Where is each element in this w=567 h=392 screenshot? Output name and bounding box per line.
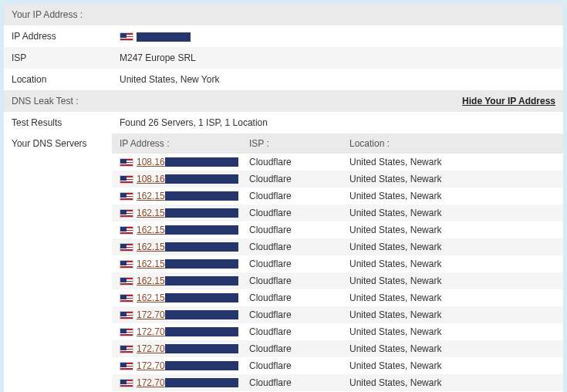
dns-loc-cell: United States, Newark (349, 191, 555, 201)
dns-servers-label: Your DNS Servers (4, 133, 112, 392)
dns-ip-link[interactable]: 162.15 (137, 225, 165, 235)
us-flag-icon (120, 32, 133, 41)
dns-isp-cell: Cloudflare (249, 309, 349, 320)
us-flag-icon (120, 175, 133, 184)
dns-loc-cell: United States, Newark (349, 208, 555, 218)
dns-isp-cell: Cloudflare (249, 242, 349, 252)
dns-loc-cell: United States, Newark (349, 377, 555, 388)
dns-ip-redacted (165, 225, 238, 235)
dns-server-row: 162.15CloudflareUnited States, Newark (112, 272, 563, 289)
dns-isp-cell: Cloudflare (249, 259, 349, 269)
dns-ip-cell: 162.15 (120, 208, 249, 218)
test-results-label: Test Results (12, 117, 120, 128)
dns-loc-cell: United States, Newark (349, 326, 555, 337)
ip-value (120, 31, 555, 42)
dns-ip-redacted (165, 174, 238, 184)
dns-loc-cell: United States, Newark (349, 157, 555, 167)
dns-ip-link[interactable]: 162.15 (137, 208, 165, 218)
dns-loc-cell: United States, Newark (349, 242, 555, 252)
col-isp: ISP : (249, 138, 349, 149)
dns-ip-redacted (165, 242, 238, 252)
dns-server-row: 108.16CloudflareUnited States, Newark (112, 154, 563, 171)
dns-loc-cell: United States, Newark (349, 292, 555, 303)
location-row: Location United States, New York (4, 69, 563, 90)
dns-ip-redacted (165, 344, 238, 353)
dns-ip-redacted (165, 293, 238, 302)
test-results-value: Found 26 Servers, 1 ISP, 1 Location (120, 117, 555, 128)
us-flag-icon (120, 192, 133, 201)
us-flag-icon (120, 328, 133, 336)
dns-server-row: 162.15CloudflareUnited States, Newark (112, 255, 563, 272)
dns-ip-link[interactable]: 172.70 (137, 360, 165, 371)
dns-server-row: 172.70CloudflareUnited States, Newark (112, 357, 563, 374)
isp-row: ISP M247 Europe SRL (4, 47, 563, 69)
dns-isp-cell: Cloudflare (249, 343, 349, 354)
dns-loc-cell: United States, Newark (349, 259, 555, 269)
us-flag-icon (120, 158, 133, 167)
ip-redacted (137, 32, 191, 42)
dns-ip-link[interactable]: 172.70 (137, 377, 165, 388)
dns-section-title: DNS Leak Test : (12, 96, 78, 106)
dns-ip-redacted (165, 208, 238, 218)
us-flag-icon (120, 277, 133, 286)
dns-ip-link[interactable]: 162.15 (137, 242, 165, 252)
dns-ip-cell: 162.15 (120, 225, 249, 235)
us-flag-icon (120, 243, 133, 252)
dns-ip-cell: 162.15 (120, 292, 249, 303)
dns-ip-cell: 172.70 (120, 309, 249, 320)
dns-isp-cell: Cloudflare (249, 191, 349, 201)
dns-loc-cell: United States, Newark (349, 275, 555, 286)
dns-ip-cell: 162.15 (120, 191, 249, 201)
dns-ip-cell: 172.70 (120, 360, 249, 371)
col-loc: Location : (349, 138, 555, 149)
dns-ip-link[interactable]: 172.70 (137, 326, 165, 337)
hide-ip-link[interactable]: Hide Your IP Address (462, 96, 555, 106)
dns-loc-cell: United States, Newark (349, 309, 555, 320)
dns-ip-link[interactable]: 162.15 (137, 191, 165, 201)
dns-loc-cell: United States, Newark (349, 174, 555, 184)
dns-isp-cell: Cloudflare (249, 275, 349, 286)
dns-server-row: 108.16CloudflareUnited States, Newark (112, 171, 563, 188)
dns-ip-link[interactable]: 162.15 (137, 292, 165, 303)
dns-isp-cell: Cloudflare (249, 292, 349, 303)
ip-section-title: Your IP Address : (12, 9, 83, 20)
dns-ip-redacted (165, 191, 238, 201)
us-flag-icon (120, 209, 133, 218)
dns-server-row: 162.15CloudflareUnited States, Newark (112, 221, 563, 238)
dns-loc-cell: United States, Newark (349, 360, 555, 371)
dns-ip-cell: 162.15 (120, 275, 249, 286)
dns-ip-link[interactable]: 172.70 (137, 343, 165, 354)
dns-ip-cell: 172.70 (120, 343, 249, 354)
dns-ip-cell: 172.70 (120, 377, 249, 388)
dns-server-row: 162.15CloudflareUnited States, Newark (112, 188, 563, 204)
dns-ip-link[interactable]: 162.15 (137, 259, 165, 269)
ip-row: IP Address (4, 25, 563, 47)
dns-ip-cell: 162.15 (120, 242, 249, 252)
dns-ip-redacted (165, 276, 238, 286)
isp-value: M247 Europe SRL (120, 52, 555, 63)
dns-server-row: 162.15CloudflareUnited States, Newark (112, 289, 563, 306)
dns-isp-cell: Cloudflare (249, 174, 349, 184)
dns-ip-cell: 108.16 (120, 157, 249, 167)
us-flag-icon (120, 311, 133, 319)
dns-isp-cell: Cloudflare (249, 377, 349, 388)
us-flag-icon (120, 362, 133, 370)
isp-label: ISP (12, 52, 120, 63)
dns-isp-cell: Cloudflare (249, 360, 349, 371)
dns-ip-link[interactable]: 108.16 (137, 157, 165, 167)
dns-server-row: 172.70CloudflareUnited States, Newark (112, 340, 563, 357)
location-value: United States, New York (120, 74, 555, 85)
dns-server-row: 172.70CloudflareUnited States, Newark (112, 323, 563, 340)
dns-ip-link[interactable]: 108.16 (137, 174, 165, 184)
dns-ip-cell: 108.16 (120, 174, 249, 184)
dns-ip-link[interactable]: 172.70 (137, 309, 165, 320)
dns-ip-link[interactable]: 162.15 (137, 275, 165, 286)
dns-server-row: 172.70CloudflareUnited States, Newark (112, 374, 563, 391)
dns-server-row: 172.70CloudflareUnited States, Newark (112, 306, 563, 323)
dns-ip-redacted (165, 310, 238, 319)
dns-isp-cell: Cloudflare (249, 157, 349, 167)
dns-ip-redacted (165, 378, 238, 387)
test-results-row: Test Results Found 26 Servers, 1 ISP, 1 … (4, 112, 563, 133)
us-flag-icon (120, 379, 133, 387)
us-flag-icon (120, 260, 133, 269)
